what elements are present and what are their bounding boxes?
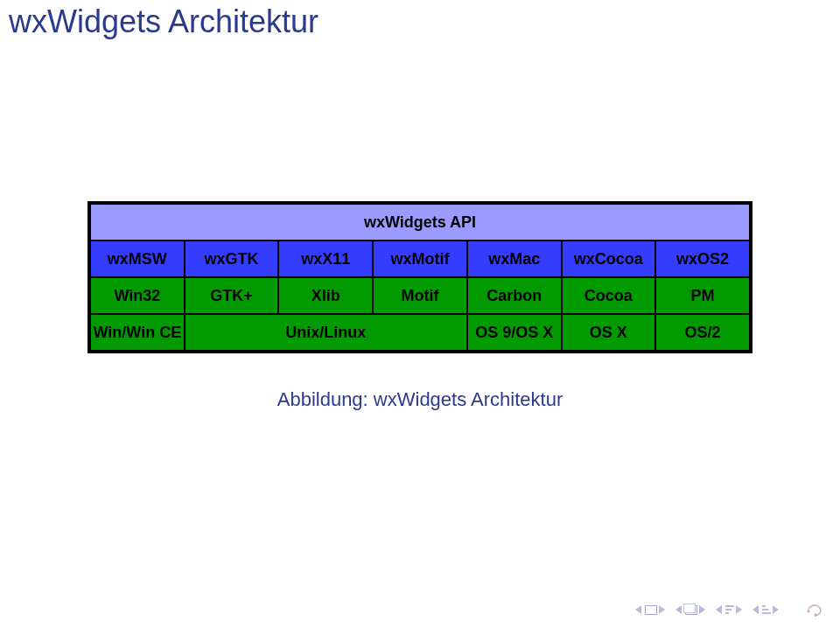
wx-cell: wxX11 [278, 241, 373, 277]
os-cell: OS 9/OS X [467, 314, 562, 351]
prev-icon [635, 605, 641, 614]
table-row: Win/Win CE Unix/Linux OS 9/OS X OS X OS/… [90, 314, 750, 351]
undo-icon[interactable] [805, 604, 821, 616]
lib-cell: Cocoa [562, 277, 656, 314]
svg-point-0 [808, 611, 810, 613]
wx-cell: wxCocoa [562, 241, 656, 277]
lib-cell: PM [655, 277, 750, 314]
os-cell: Win/Win CE [90, 314, 185, 351]
wx-cell: wxMotif [373, 241, 467, 277]
table-row: wxMSW wxGTK wxX11 wxMotif wxMac wxCocoa … [90, 241, 750, 277]
architecture-table: wxWidgets API wxMSW wxGTK wxX11 wxMotif … [88, 201, 752, 353]
lib-cell: Win32 [90, 277, 185, 314]
nav-subsection-b-group[interactable] [752, 605, 779, 615]
slide-stack-icon [685, 605, 697, 615]
bars-increasing-icon [762, 605, 771, 615]
lib-cell: Xlib [278, 277, 373, 314]
lib-cell: Carbon [467, 277, 562, 314]
prev-icon [716, 605, 722, 614]
next-icon [736, 605, 742, 614]
wx-cell: wxMSW [90, 241, 185, 277]
lib-cell: Motif [373, 277, 467, 314]
page-title: wxWidgets Architektur [9, 3, 318, 40]
architecture-diagram: wxWidgets API wxMSW wxGTK wxX11 wxMotif … [88, 201, 752, 411]
api-cell: wxWidgets API [90, 204, 750, 241]
os-cell: OS/2 [655, 314, 750, 351]
next-icon [773, 605, 779, 614]
lib-cell: GTK+ [185, 277, 279, 314]
next-icon [699, 605, 705, 614]
prev-icon [752, 605, 759, 614]
os-cell: Unix/Linux [185, 314, 467, 351]
beamer-nav [635, 604, 821, 616]
nav-subsection-a-group[interactable] [716, 605, 742, 615]
nav-slide-group[interactable] [635, 605, 665, 615]
nav-section-group[interactable] [676, 605, 705, 615]
wx-cell: wxOS2 [655, 241, 750, 277]
os-cell: OS X [562, 314, 656, 351]
wx-cell: wxGTK [185, 241, 279, 277]
bars-decreasing-icon [725, 605, 734, 615]
slide-frame-icon [645, 605, 657, 615]
prev-icon [676, 605, 682, 614]
figure-caption: Abbildung: wxWidgets Architektur [88, 388, 752, 411]
wx-cell: wxMac [467, 241, 562, 277]
caption-text: wxWidgets Architektur [374, 388, 563, 410]
next-icon [659, 605, 665, 614]
table-row: wxWidgets API [90, 204, 750, 241]
caption-prefix: Abbildung: [277, 388, 368, 410]
table-row: Win32 GTK+ Xlib Motif Carbon Cocoa PM [90, 277, 750, 314]
